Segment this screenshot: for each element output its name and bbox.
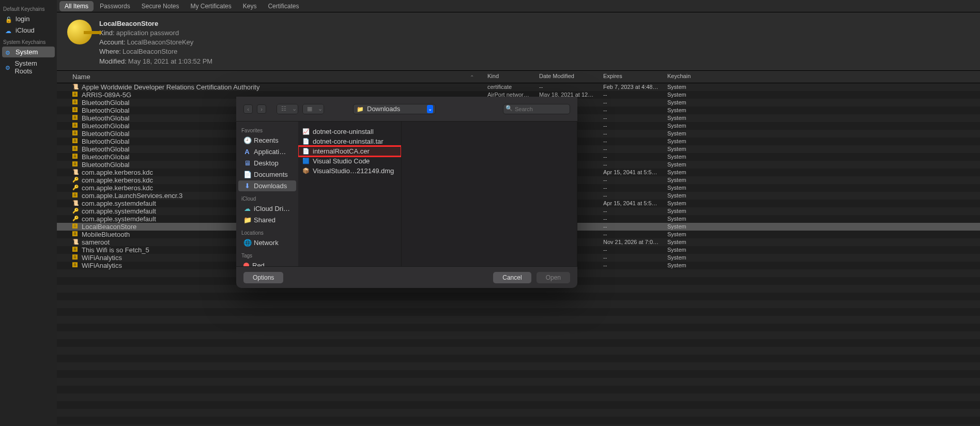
options-button[interactable]: Options xyxy=(243,272,283,283)
table-row-empty xyxy=(57,386,980,393)
dialog-sidebar-item-downloads[interactable]: Downloads xyxy=(238,180,296,191)
dialog-sidebar-label: Recents xyxy=(254,136,279,144)
view-columns-button[interactable]: ☷ xyxy=(277,104,290,114)
tab-certificates[interactable]: Certificates xyxy=(263,1,304,11)
doc-icon xyxy=(243,171,251,178)
detail-account-value: LocalBeaconStoreKey xyxy=(127,38,194,46)
tab-all-items[interactable]: All Items xyxy=(59,1,94,11)
file-row[interactable]: 🟦Visual Studio Code xyxy=(298,156,401,166)
unlock-icon xyxy=(5,16,12,23)
dialog-sidebar-item-shared[interactable]: Shared xyxy=(238,215,296,225)
dialog-sidebar-item-icloud-dri-[interactable]: iCloud Dri… xyxy=(238,203,296,214)
file-row[interactable]: 📄internalRootCA.cer xyxy=(298,146,401,156)
table-row-empty xyxy=(57,347,980,355)
column-keychain[interactable]: Keychain xyxy=(663,71,705,83)
table-row-empty xyxy=(57,331,980,339)
dialog-sidebar: FavoritesRecentsApplicati…DesktopDocumen… xyxy=(236,121,298,266)
detail-where-label: Where: xyxy=(99,48,121,55)
tab-passwords[interactable]: Passwords xyxy=(95,1,135,11)
file-icon: 📄 xyxy=(302,138,310,145)
table-row-empty xyxy=(57,300,980,308)
dialog-sidebar-group: iCloud xyxy=(236,192,298,203)
clock-icon xyxy=(243,136,251,144)
column-date-modified[interactable]: Date Modified xyxy=(535,71,599,83)
sidebar-item-icloud[interactable]: iCloud xyxy=(2,25,55,36)
cancel-button[interactable]: Cancel xyxy=(493,272,531,283)
dialog-search-input[interactable] xyxy=(503,104,570,114)
table-header: Name Kind Date Modified Expires Keychain xyxy=(57,71,980,83)
tab-secure-notes[interactable]: Secure Notes xyxy=(136,1,185,11)
table-row-empty xyxy=(57,393,980,401)
view-menu-button[interactable]: ⌄ xyxy=(290,104,298,114)
key-icon xyxy=(67,20,92,44)
keychain-sidebar: Default KeychainsloginiCloudSystem Keych… xyxy=(0,0,57,426)
folder-icon xyxy=(357,105,364,113)
tab-keys[interactable]: Keys xyxy=(238,1,262,11)
sidebar-group-label: Default Keychains xyxy=(0,3,57,13)
table-row-empty xyxy=(57,401,980,409)
root-icon xyxy=(5,64,11,71)
nav-back-button[interactable]: ‹ xyxy=(243,104,253,114)
sidebar-item-label: System Roots xyxy=(14,59,52,75)
dialog-sidebar-label: iCloud Dri… xyxy=(254,205,290,212)
file-label: VisualStudio…212149.dmg xyxy=(313,167,394,175)
file-row[interactable]: 📦VisualStudio…212149.dmg xyxy=(298,166,401,176)
dialog-sidebar-group: Tags xyxy=(236,249,298,260)
sidebar-item-login[interactable]: login xyxy=(2,13,55,24)
dialog-sidebar-label: Network xyxy=(254,239,279,247)
cell-expires: -- xyxy=(599,260,663,270)
dialog-toolbar: ‹ › ☷ ⌄ ▦ ⌄ Downloads xyxy=(236,97,577,121)
sidebar-item-system-roots[interactable]: System Roots xyxy=(2,58,55,77)
dialog-sidebar-item-desktop[interactable]: Desktop xyxy=(238,158,296,169)
icloud-icon xyxy=(243,205,251,212)
dialog-sidebar-group: Favorites xyxy=(236,124,298,134)
open-button: Open xyxy=(537,272,570,283)
file-open-dialog: ‹ › ☷ ⌄ ▦ ⌄ Downloads FavoritesRecentsAp… xyxy=(236,97,577,288)
table-row-empty xyxy=(57,362,980,370)
column-expires[interactable]: Expires xyxy=(599,71,663,83)
table-row-empty xyxy=(57,293,980,300)
group-by-button[interactable]: ▦ xyxy=(303,104,316,114)
sys-icon xyxy=(5,49,12,56)
tab-my-certificates[interactable]: My Certificates xyxy=(185,1,236,11)
table-row-empty xyxy=(57,339,980,347)
file-icon: 📈 xyxy=(302,128,310,135)
sort-indicator-icon xyxy=(468,73,474,81)
dialog-sidebar-item-red[interactable]: Red xyxy=(238,260,296,266)
pass-icon xyxy=(72,262,79,268)
sidebar-item-label: iCloud xyxy=(16,26,35,34)
sidebar-item-label: System xyxy=(16,48,38,56)
group-menu-button[interactable]: ⌄ xyxy=(316,104,324,114)
cell-keychain: System xyxy=(663,260,705,270)
tag-dot-icon xyxy=(243,263,249,266)
dialog-sidebar-label: Applicati… xyxy=(254,148,286,156)
sidebar-item-label: login xyxy=(16,15,29,23)
preview-column xyxy=(402,121,577,266)
dialog-sidebar-item-documents[interactable]: Documents xyxy=(238,169,296,180)
dialog-sidebar-item-recents[interactable]: Recents xyxy=(238,135,296,146)
sidebar-item-system[interactable]: System xyxy=(2,47,55,57)
table-row-empty xyxy=(57,409,980,417)
file-icon: 📦 xyxy=(302,168,310,174)
table-row-empty xyxy=(57,316,980,324)
item-detail-header: LocalBeaconStore Kind: application passw… xyxy=(57,12,980,71)
column-kind[interactable]: Kind xyxy=(483,71,535,83)
file-label: internalRootCA.cer xyxy=(313,147,370,155)
table-row-empty xyxy=(57,324,980,331)
file-row[interactable]: 📄dotnet-core-uninstall.tar xyxy=(298,136,401,146)
nav-forward-button[interactable]: › xyxy=(257,104,266,114)
column-name[interactable]: Name xyxy=(57,71,483,83)
dialog-sidebar-label: Documents xyxy=(254,171,288,178)
detail-kind-value: application password xyxy=(116,29,179,37)
cloud-icon xyxy=(5,27,12,34)
dialog-sidebar-group: Locations xyxy=(236,226,298,237)
table-row-empty xyxy=(57,355,980,362)
dialog-sidebar-item-network[interactable]: Network xyxy=(238,237,296,248)
table-row-empty xyxy=(57,370,980,378)
file-row[interactable]: 📈dotnet-core-uninstall xyxy=(298,127,401,136)
file-label: dotnet-core-uninstall xyxy=(313,128,374,135)
file-icon: 🟦 xyxy=(302,158,310,164)
dialog-sidebar-item-applicati-[interactable]: Applicati… xyxy=(238,146,296,157)
path-popup[interactable]: Downloads xyxy=(353,104,436,114)
dl-icon xyxy=(243,182,251,190)
